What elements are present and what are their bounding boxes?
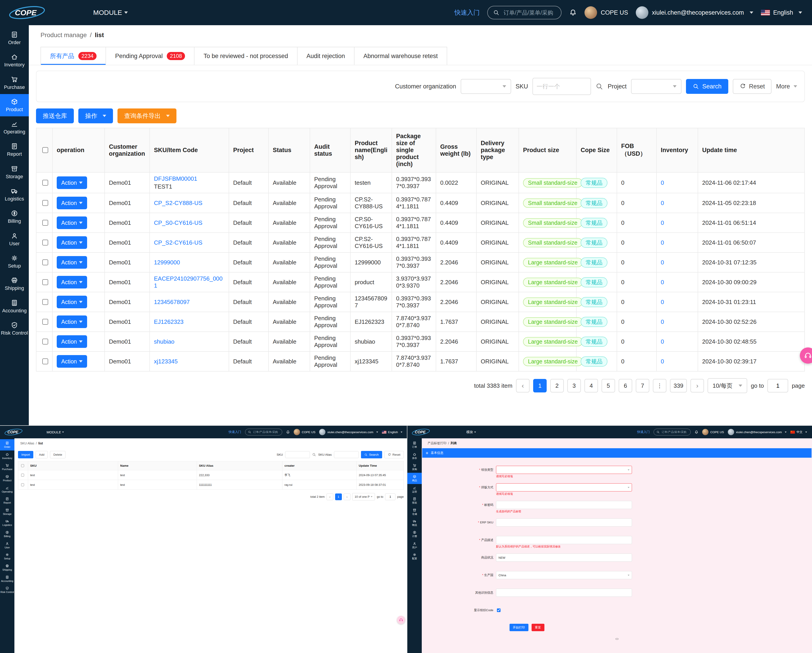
row-action-button[interactable]: Action	[57, 176, 87, 189]
row-checkbox[interactable]	[21, 474, 24, 477]
sidebar-item-risk-control[interactable]: Risk Control	[0, 584, 14, 596]
inventory-link[interactable]: 0	[661, 179, 664, 186]
delete-button[interactable]: Delete	[50, 451, 66, 458]
sidebar-item-inventory[interactable]: Inventory	[0, 450, 14, 462]
sidebar-item-billing[interactable]: Billing	[0, 206, 29, 228]
row-checkbox[interactable]	[42, 339, 48, 345]
page-339[interactable]: 339	[670, 379, 687, 392]
sidebar-item-purchase[interactable]: 采购	[408, 462, 422, 473]
page-5[interactable]: 5	[601, 379, 615, 392]
user-account[interactable]: xiulei.chen@thecopeservices.com	[728, 429, 786, 435]
page-4[interactable]: 4	[585, 379, 598, 392]
module-dropdown[interactable]: MODULE	[47, 430, 64, 434]
sidebar-item-order[interactable]: 订单	[408, 439, 422, 450]
product-desc-input[interactable]	[496, 536, 632, 544]
language-selector[interactable]: English	[761, 9, 802, 16]
sidebar-item-inventory[interactable]: Inventory	[0, 49, 29, 72]
row-action-button[interactable]: Action	[57, 256, 87, 269]
sidebar-item-accounting[interactable]: Accounting	[0, 573, 14, 584]
row-action-button[interactable]: Action	[57, 355, 87, 368]
sku-link[interactable]: 12999000	[154, 259, 180, 266]
sidebar-item-logistics[interactable]: Logistics	[0, 517, 14, 529]
search-button[interactable]: Search	[361, 451, 382, 458]
sidebar-item-inventory[interactable]: 库存	[408, 450, 422, 462]
push-warehouse-button[interactable]: 推送仓库	[36, 108, 74, 123]
sidebar-item-storage[interactable]: 仓储	[408, 506, 422, 517]
page-1[interactable]: 1	[533, 379, 546, 392]
sidebar-item-product[interactable]: Product	[0, 473, 14, 484]
sku-link[interactable]: CP_S0-CY616-US	[154, 220, 202, 226]
page-3[interactable]: 3	[567, 379, 581, 392]
row-action-button[interactable]: Action	[57, 335, 87, 348]
tab-pending-approval[interactable]: Pending Approval2108	[105, 47, 194, 65]
sidebar-item-risk-control[interactable]: Risk Control	[0, 317, 29, 340]
sidebar-item-operating[interactable]: 运营	[408, 484, 422, 495]
user-account[interactable]: xiulei.chen@thecopeservices.com	[636, 6, 754, 19]
inventory-link[interactable]: 0	[661, 358, 664, 365]
layout-mode-select[interactable]	[496, 483, 632, 491]
row-checkbox[interactable]	[42, 240, 48, 246]
show-org-code-checkbox[interactable]	[497, 609, 501, 612]
sku-link[interactable]: CP_S2-CY616-US	[154, 239, 202, 246]
sku-search-icon[interactable]	[312, 453, 316, 456]
inventory-link[interactable]: 0	[661, 259, 664, 266]
sidebar-item-purchase[interactable]: Purchase	[0, 72, 29, 94]
row-checkbox[interactable]	[42, 299, 48, 305]
sku-link[interactable]: xj123345	[154, 358, 178, 365]
erp-sku-input[interactable]	[496, 519, 632, 526]
inventory-link[interactable]: 0	[661, 239, 664, 246]
sidebar-item-storage[interactable]: Storage	[0, 506, 14, 517]
sidebar-item-setup[interactable]: 配置	[408, 551, 422, 562]
sku-link[interactable]: EACEP24102907756_0001	[154, 275, 223, 289]
quickstart-link[interactable]: 快速入门	[637, 430, 650, 434]
tab-to-be-reviewed[interactable]: To be reviewed - not processed	[194, 47, 297, 65]
other-info-input[interactable]	[496, 589, 632, 597]
row-action-button[interactable]: Action	[57, 276, 87, 288]
org-account[interactable]: COPE US	[294, 429, 316, 435]
search-button[interactable]: Search	[686, 79, 728, 94]
goto-page-input[interactable]	[768, 379, 788, 392]
tab-all-products[interactable]: 所有产品2234	[41, 47, 106, 65]
paper-type-select[interactable]	[496, 466, 632, 474]
sidebar-item-order[interactable]: Order	[0, 439, 14, 450]
reset-form-button[interactable]: 重置	[531, 624, 545, 631]
global-search[interactable]	[653, 429, 691, 435]
sku-link[interactable]: CP_S2-CY888-US	[154, 200, 202, 206]
breadcrumb-section[interactable]: Product manage	[41, 32, 87, 39]
sidebar-item-order[interactable]: Order	[0, 27, 29, 49]
per-page-select[interactable]: 10/每页	[708, 378, 747, 393]
global-search[interactable]	[487, 6, 562, 19]
sidebar-item-accounting[interactable]: Accounting	[0, 295, 29, 317]
row-checkbox[interactable]	[42, 220, 48, 226]
row-checkbox[interactable]	[42, 180, 48, 186]
inventory-link[interactable]: 0	[661, 200, 664, 206]
page-7[interactable]: 7	[636, 379, 649, 392]
operate-dropdown-button[interactable]: 操作	[78, 108, 113, 123]
sku-alias-filter-input[interactable]	[334, 451, 359, 458]
next-page-button[interactable]: ›	[343, 493, 350, 500]
page-ellipsis[interactable]: ⋮	[653, 379, 666, 392]
org-account[interactable]: COPE US	[585, 6, 628, 19]
sidebar-item-report[interactable]: Report	[0, 495, 14, 506]
collapse-code-icon[interactable]	[422, 637, 812, 641]
sidebar-item-operating[interactable]: Operating	[0, 484, 14, 495]
page-1[interactable]: 1	[335, 493, 342, 500]
sidebar-item-operating[interactable]: Operating	[0, 116, 29, 139]
sidebar-item-user[interactable]: User	[0, 228, 29, 250]
add-button[interactable]: Add	[35, 451, 48, 458]
more-filters-link[interactable]: More	[776, 83, 797, 90]
start-print-button[interactable]: 开始打印	[510, 624, 528, 631]
module-dropdown[interactable]: MODULE	[93, 9, 128, 17]
inventory-link[interactable]: 0	[661, 299, 664, 305]
sidebar-item-billing[interactable]: 计费	[408, 529, 422, 540]
sidebar-item-shipping[interactable]: Shipping	[0, 273, 29, 295]
sidebar-item-user[interactable]: 用户	[408, 540, 422, 551]
quickstart-link[interactable]: 快速入门	[229, 430, 241, 434]
next-page-button[interactable]: ›	[690, 379, 704, 392]
inventory-link[interactable]: 0	[661, 318, 664, 325]
row-checkbox[interactable]	[42, 200, 48, 206]
notification-bell-icon[interactable]	[286, 430, 290, 434]
row-checkbox[interactable]	[42, 319, 48, 325]
condition-input[interactable]	[496, 554, 632, 561]
sku-filter-input[interactable]	[285, 451, 310, 458]
